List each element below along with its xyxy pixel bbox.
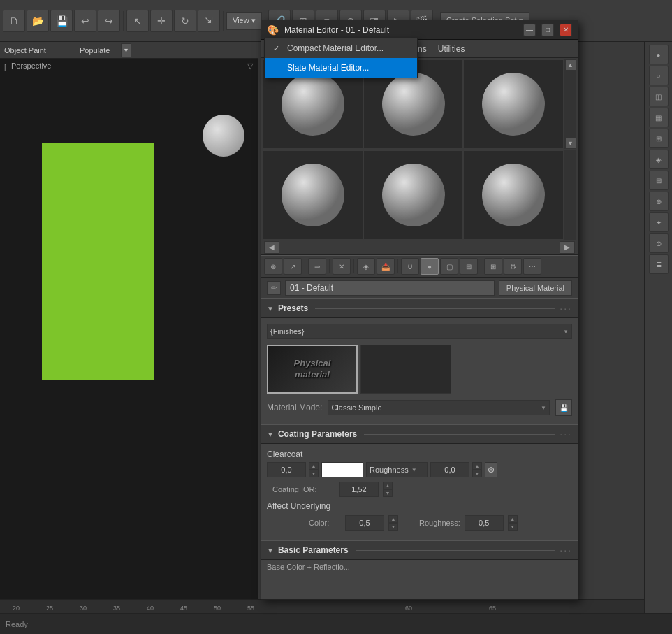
options-btn[interactable]: ⚙ (504, 258, 522, 275)
sphere-prev-btn[interactable]: ◀ (264, 241, 279, 254)
affect-underlying-row: Affect Underlying (267, 501, 572, 511)
eyedropper-btn[interactable]: ✏ (267, 281, 281, 295)
roughness-value-input[interactable] (430, 462, 469, 477)
redo-btn[interactable]: ↪ (98, 10, 120, 32)
mode-save-btn[interactable]: 💾 (555, 399, 572, 416)
roughness2-spinner[interactable]: ▲ ▼ (508, 515, 518, 531)
slate-editor-menu-item[interactable]: Slate Material Editor... (265, 58, 417, 78)
viewport-3d: [ Perspective ▽ (0, 59, 258, 613)
ior-spin-up[interactable]: ▲ (383, 482, 393, 489)
sphere-preview-btn[interactable]: ● (421, 258, 439, 275)
more-options-btn[interactable]: ⋯ (523, 258, 541, 275)
strip-btn-1[interactable]: ● (649, 45, 669, 64)
color-spin-up[interactable]: ▲ (388, 515, 398, 523)
ruler-tick-20: 20 (13, 605, 20, 612)
svg-point-4 (382, 164, 445, 226)
sphere-4[interactable] (263, 151, 363, 239)
save-btn-main[interactable]: 💾 (50, 10, 73, 32)
roughness-dropdown[interactable]: Roughness ▼ (366, 462, 428, 477)
checkered-btn[interactable]: ⊞ (484, 258, 502, 275)
coating-ior-spinner[interactable]: ▲ ▼ (383, 482, 393, 497)
roughness2-spin-down[interactable]: ▼ (508, 523, 518, 531)
undo-btn[interactable]: ↩ (74, 10, 96, 32)
toolbar-sep-2 (329, 259, 330, 273)
scale-btn[interactable]: ⇲ (198, 10, 220, 32)
roughness2-spin-up[interactable]: ▲ (508, 515, 518, 523)
new-btn[interactable]: 🗋 (3, 10, 25, 32)
affect-roughness-input[interactable] (465, 515, 504, 531)
sphere-6[interactable] (464, 151, 563, 239)
roughness-spin-down[interactable]: ▼ (472, 470, 482, 477)
physical-material-preset[interactable]: Physicalmaterial (267, 345, 358, 394)
view-dropdown[interactable]: View ▾ (226, 12, 262, 30)
cylinder-preview-btn[interactable]: ⊟ (460, 258, 478, 275)
strip-btn-9[interactable]: ✦ (649, 212, 669, 232)
toolbar-sep-4 (397, 259, 398, 273)
me-restore-btn[interactable]: □ (541, 24, 554, 36)
strip-btn-3[interactable]: ◫ (649, 87, 669, 106)
clearcoat-spin-down[interactable]: ▼ (309, 470, 319, 477)
physical-material-btn[interactable]: Physical Material (499, 280, 572, 296)
empty-preset-1[interactable] (360, 345, 451, 394)
clearcoat-spin-up[interactable]: ▲ (309, 462, 319, 470)
reset-material-btn[interactable]: ✕ (333, 258, 351, 275)
scroll-up-btn[interactable]: ▲ (565, 59, 576, 71)
roughness-map-btn[interactable]: ⊛ (485, 462, 497, 477)
box-preview-btn[interactable]: ▢ (440, 258, 458, 275)
spheres-scrollbar[interactable]: ▲ ▼ (564, 59, 576, 149)
strip-btn-7[interactable]: ⊟ (649, 171, 669, 190)
roughness-spin-up[interactable]: ▲ (472, 462, 482, 470)
me-menu-utilities[interactable]: Utilities (432, 40, 471, 57)
clearcoat-value-input[interactable] (267, 462, 306, 477)
strip-btn-11[interactable]: ≣ (649, 254, 669, 274)
clearcoat-color-swatch[interactable] (321, 462, 363, 477)
strip-btn-10[interactable]: ⊙ (649, 233, 669, 253)
strip-btn-4[interactable]: ▦ (649, 108, 669, 127)
material-editor-window: 🎨 Material Editor - 01 - Default — □ ✕ M… (261, 20, 578, 600)
basic-params-section-header[interactable]: ▼ Basic Parameters ··· (261, 540, 578, 560)
scroll-down-btn[interactable]: ▼ (565, 138, 576, 149)
coating-section-header[interactable]: ▼ Coating Parameters ··· (261, 424, 578, 444)
sphere-next-btn[interactable]: ▶ (560, 241, 575, 254)
clearcoat-spinner[interactable]: ▲ ▼ (309, 462, 319, 477)
put-material-btn[interactable]: ↗ (284, 258, 302, 275)
affect-color-input[interactable] (345, 515, 384, 531)
viewport-type-label[interactable]: Perspective (11, 62, 51, 70)
populate-label[interactable]: Populate (80, 46, 110, 55)
ruler-tick-35: 35 (113, 605, 120, 612)
compact-editor-label: Compact Material Editor... (287, 43, 384, 53)
ior-spin-down[interactable]: ▼ (383, 489, 393, 497)
assign-material-btn[interactable]: ⇒ (308, 258, 326, 275)
material-mode-dropdown[interactable]: Classic Simple ▼ (328, 400, 550, 415)
coating-ior-input[interactable] (339, 482, 379, 497)
color-spinner[interactable]: ▲ ▼ (388, 515, 398, 531)
put-library-btn[interactable]: 📥 (377, 258, 395, 275)
strip-btn-6[interactable]: ◈ (649, 150, 669, 169)
coating-arrow-icon: ▼ (267, 431, 274, 438)
me-minimize-btn[interactable]: — (523, 24, 536, 36)
get-material-btn[interactable]: ⊛ (264, 258, 282, 275)
make-unique-btn[interactable]: ◈ (357, 258, 375, 275)
presets-dropdown[interactable]: {Finishes} ▼ (267, 324, 572, 339)
populate-dropdown[interactable]: ▾ (121, 43, 131, 57)
rotate-btn[interactable]: ↻ (174, 10, 196, 32)
sphere-3[interactable] (464, 60, 563, 148)
roughness-spinner[interactable]: ▲ ▼ (472, 462, 482, 477)
compact-editor-menu-item[interactable]: ✓ Compact Material Editor... (265, 38, 417, 58)
color-spin-down[interactable]: ▼ (388, 523, 398, 531)
me-close-btn[interactable]: ✕ (560, 24, 572, 36)
sphere-5[interactable] (364, 151, 463, 239)
strip-btn-5[interactable]: ⊞ (649, 129, 669, 148)
basic-params-title: Basic Parameters (278, 545, 349, 555)
select-btn[interactable]: ↖ (126, 10, 149, 32)
material-name-input[interactable] (285, 280, 495, 296)
strip-btn-2[interactable]: ○ (649, 66, 669, 85)
mode-row: Material Mode: Classic Simple ▼ 💾 (267, 399, 572, 416)
open-btn[interactable]: 📂 (27, 10, 49, 32)
move-btn[interactable]: ✛ (150, 10, 173, 32)
strip-btn-8[interactable]: ⊕ (649, 192, 669, 211)
presets-section-header[interactable]: ▼ Presets ··· (261, 298, 578, 318)
slate-editor-label: Slate Material Editor... (287, 63, 369, 73)
ruler-tick-60: 60 (405, 605, 412, 612)
svg-point-1 (382, 73, 445, 136)
